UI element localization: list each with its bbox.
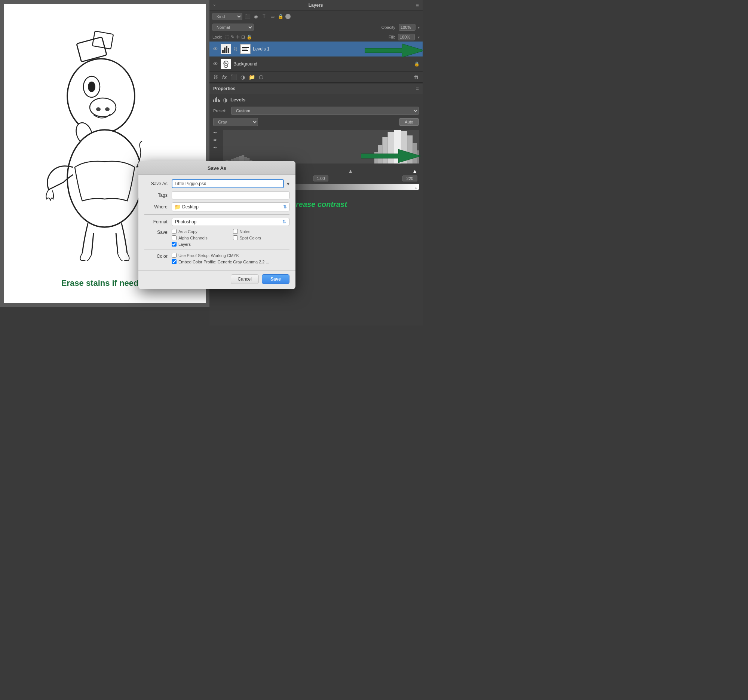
kind-row: Kind ⬛ ◉ T ▭ 🔒 <box>210 11 423 22</box>
embed-profile-label: Embed Color Profile: Generic Gray Gamma … <box>178 260 269 264</box>
channel-row: Gray Auto <box>210 116 423 128</box>
delete-layer-icon[interactable]: 🗑 <box>414 74 419 80</box>
eyedropper-gray-icon[interactable]: ✒ <box>213 137 217 143</box>
use-proof-label: Use Proof Setup: Working CMYK <box>178 253 239 258</box>
channel-select[interactable]: Gray <box>213 118 258 126</box>
shape-icon: ▭ <box>269 13 276 20</box>
lock-all-icon[interactable]: 🔒 <box>246 34 252 40</box>
use-proof-checkbox[interactable] <box>172 253 176 258</box>
notes-option: Notes <box>233 229 290 234</box>
as-a-copy-label: As a Copy <box>178 229 198 234</box>
svg-rect-26 <box>218 99 219 102</box>
layers-checkbox[interactable] <box>172 242 176 247</box>
fill-chevron[interactable]: ▾ <box>418 35 420 39</box>
layers-panel-title: Layers <box>309 3 323 8</box>
fx-icon[interactable]: fx <box>222 74 227 80</box>
levels-row: ◑ Levels <box>210 94 423 105</box>
save-as-row: Save As: Little Piggie.psd ▾ <box>144 179 289 188</box>
layer-name-background: Background <box>233 61 412 67</box>
color-section: Color: Use Proof Setup: Working CMYK Emb… <box>144 253 289 264</box>
cancel-button[interactable]: Cancel <box>231 274 259 284</box>
mid-triangle-handle[interactable]: ▲ <box>348 168 353 174</box>
svg-point-6 <box>90 98 116 117</box>
levels-histogram-icon <box>213 96 220 103</box>
dialog-buttons: Cancel Save <box>138 270 295 289</box>
lock-label: Lock: <box>213 35 222 39</box>
alpha-channels-label: Alpha Channels <box>178 236 208 240</box>
dialog-title: Save As <box>208 165 226 171</box>
tags-input[interactable] <box>172 191 289 199</box>
save-button[interactable]: Save <box>262 274 289 284</box>
alpha-channels-option: Alpha Channels <box>172 235 228 240</box>
add-mask-icon[interactable]: ⬛ <box>230 74 237 80</box>
format-value: Photoshop <box>175 219 196 224</box>
svg-rect-0 <box>77 37 107 62</box>
canvas-label: Erase stains if needed <box>61 278 148 292</box>
svg-rect-14 <box>228 48 229 53</box>
save-as-dropdown-arrow[interactable]: ▾ <box>287 181 289 187</box>
eyedropper-black-icon[interactable]: ✒ <box>213 130 217 135</box>
as-a-copy-checkbox[interactable] <box>172 229 176 234</box>
dialog-titlebar: Save As <box>138 161 295 175</box>
dialog-divider-1 <box>144 215 289 215</box>
alpha-channels-checkbox[interactable] <box>172 235 176 240</box>
fill-input[interactable] <box>398 33 415 40</box>
panel-menu-icon[interactable]: ≡ <box>416 2 419 8</box>
arrow-levels1 <box>365 42 423 60</box>
where-dropdown[interactable]: 📁 Desktop ⇅ <box>172 202 289 212</box>
lock-pixel-icon[interactable]: ⬚ <box>225 34 229 40</box>
lock-row: Lock: ⬚ ✎ ✛ ⊡ 🔒 Fill: ▾ <box>210 32 423 41</box>
embed-profile-option: Embed Color Profile: Generic Gray Gamma … <box>172 259 289 264</box>
eyedropper-white-icon[interactable]: ✒ <box>213 145 217 151</box>
lock-brush-icon[interactable]: ✎ <box>231 34 234 40</box>
lock-crop-icon[interactable]: ⊡ <box>241 34 245 40</box>
midtones-input[interactable]: 1.00 <box>313 175 328 181</box>
eye-icon-background[interactable]: 👁 <box>213 61 218 67</box>
auto-button[interactable]: Auto <box>399 118 419 126</box>
svg-point-4 <box>88 82 95 92</box>
new-layer-icon[interactable]: ⬡ <box>259 74 263 80</box>
save-as-input[interactable]: Little Piggie.psd <box>172 179 284 188</box>
svg-rect-16 <box>242 47 249 48</box>
link-layers-icon[interactable]: ⛓ <box>213 74 218 80</box>
white-point-input[interactable]: 220 <box>403 175 417 181</box>
blend-row: Normal Opacity: 100% ▾ <box>210 22 423 32</box>
color-checkboxes: Use Proof Setup: Working CMYK Embed Colo… <box>172 253 289 264</box>
format-stepper[interactable]: ⇅ <box>282 219 286 224</box>
eye-icon-levels1[interactable]: 👁 <box>213 46 218 52</box>
svg-point-2 <box>67 59 135 134</box>
opacity-chevron[interactable]: ▾ <box>418 26 420 30</box>
properties-menu-icon[interactable]: ≡ <box>416 86 419 92</box>
preset-select[interactable]: Custom <box>231 107 419 115</box>
lock-move-icon[interactable]: ✛ <box>236 34 240 40</box>
notes-checkbox[interactable] <box>233 229 238 234</box>
opacity-input[interactable]: 100% <box>399 24 415 31</box>
save-options-label: Save: <box>144 229 169 247</box>
layers-label: Layers <box>178 242 191 247</box>
adjustments-icon[interactable]: ◑ <box>240 74 245 80</box>
pixel-icon: ⬛ <box>244 13 251 20</box>
layer-lock-background: 🔒 <box>414 61 420 67</box>
where-row: Where: 📁 Desktop ⇅ <box>144 202 289 212</box>
adjust-icon: ◉ <box>252 13 259 20</box>
white-triangle-handle[interactable]: ▲ <box>412 168 417 174</box>
smart-icon: 🔒 <box>277 13 284 20</box>
where-stepper[interactable]: ⇅ <box>283 204 287 210</box>
properties-titlebar: Properties ≡ <box>210 84 423 94</box>
color-label: Color: <box>144 253 169 264</box>
spot-colors-label: Spot Colors <box>240 236 261 240</box>
format-dropdown[interactable]: Photoshop ⇅ <box>172 218 289 226</box>
svg-marker-62 <box>361 149 421 163</box>
kind-select[interactable]: Kind <box>213 13 242 20</box>
output-white-triangle[interactable]: ▲ <box>414 185 418 190</box>
embed-profile-checkbox[interactable] <box>172 259 176 264</box>
panel-close-icon[interactable]: × <box>213 3 216 8</box>
svg-rect-24 <box>215 98 216 102</box>
group-icon[interactable]: 📁 <box>249 74 255 80</box>
chain-icon: ⛓ <box>233 46 238 52</box>
blend-mode-select[interactable]: Normal <box>213 24 254 31</box>
where-label: Where: <box>144 204 169 210</box>
spot-colors-checkbox[interactable] <box>233 235 238 240</box>
where-value: Desktop <box>182 204 199 210</box>
arrow-histogram <box>361 148 421 166</box>
